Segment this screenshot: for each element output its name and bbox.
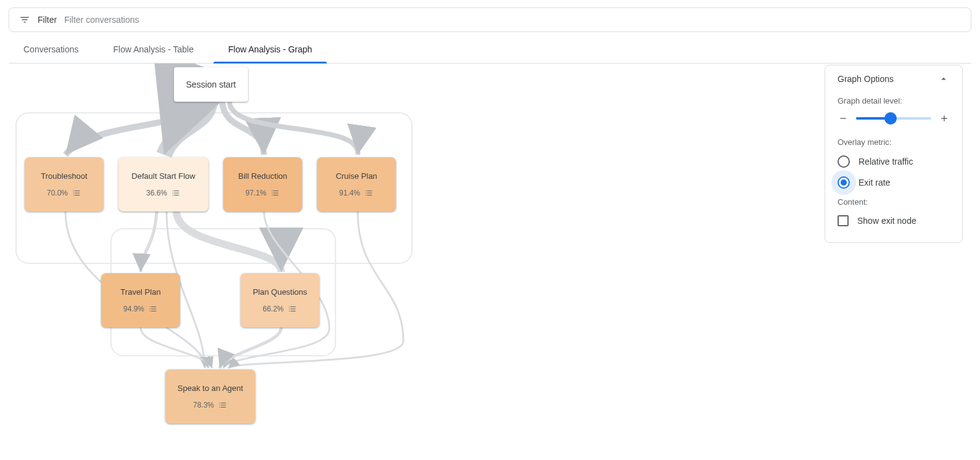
- filter-input[interactable]: [64, 15, 961, 25]
- node-label: Cruise Plan: [336, 171, 377, 181]
- list-icon: [148, 304, 158, 314]
- tab-flow-graph[interactable]: Flow Analysis - Graph: [213, 37, 327, 63]
- node-bill-reduction[interactable]: Bill Reduction 97.1%: [223, 157, 302, 212]
- list-icon: [72, 188, 81, 198]
- node-value: 97.1%: [245, 189, 266, 197]
- tab-flow-table[interactable]: Flow Analysis - Table: [99, 37, 208, 63]
- node-value: 91.4%: [339, 189, 360, 197]
- chevron-up-icon[interactable]: [937, 73, 950, 85]
- node-label: Plan Questions: [253, 287, 307, 297]
- detail-level-label: Graph detail level:: [838, 96, 950, 105]
- node-speak-agent[interactable]: Speak to an Agent 78.3%: [165, 369, 255, 424]
- radio-icon: [838, 176, 850, 189]
- checkbox-label: Show exit node: [857, 216, 916, 226]
- node-default-start[interactable]: Default Start Flow 36.6%: [118, 157, 208, 212]
- node-value: 70.0%: [47, 189, 68, 197]
- filter-label: Filter: [38, 15, 57, 25]
- node-label: Troubleshoot: [41, 171, 87, 181]
- node-value: 66.2%: [263, 305, 284, 313]
- node-cruise-plan[interactable]: Cruise Plan 91.4%: [317, 157, 396, 212]
- node-value: 36.6%: [146, 189, 167, 197]
- checkbox-icon: [838, 215, 849, 226]
- node-value: 94.9%: [123, 305, 144, 313]
- detail-slider[interactable]: [856, 117, 931, 120]
- node-session-start[interactable]: Session start: [174, 67, 248, 102]
- list-icon: [218, 400, 228, 410]
- graph-options-panel: Graph Options Graph detail level: Overla…: [825, 65, 963, 243]
- list-icon: [171, 188, 181, 198]
- filter-bar: Filter: [9, 7, 971, 32]
- radio-label: Exit rate: [859, 178, 890, 187]
- node-label: Session start: [186, 80, 236, 89]
- list-icon: [364, 188, 374, 198]
- overlay-metric-label: Overlay metric:: [838, 138, 950, 147]
- options-title: Graph Options: [838, 74, 894, 84]
- node-label: Travel Plan: [120, 287, 160, 297]
- graph-canvas[interactable]: Session start Troubleshoot 70.0% Default…: [9, 64, 971, 446]
- node-travel-plan[interactable]: Travel Plan 94.9%: [101, 273, 180, 327]
- radio-relative-traffic[interactable]: Relative traffic: [838, 155, 950, 168]
- tab-bar: Conversations Flow Analysis - Table Flow…: [9, 37, 971, 64]
- filter-icon: [19, 14, 30, 25]
- plus-icon[interactable]: [939, 113, 950, 124]
- radio-exit-rate[interactable]: Exit rate: [838, 176, 950, 189]
- node-troubleshoot[interactable]: Troubleshoot 70.0%: [25, 157, 104, 212]
- checkbox-show-exit-node[interactable]: Show exit node: [838, 215, 950, 226]
- minus-icon[interactable]: [838, 113, 849, 124]
- node-plan-questions[interactable]: Plan Questions 66.2%: [241, 273, 319, 327]
- radio-label: Relative traffic: [859, 157, 913, 166]
- node-label: Default Start Flow: [131, 171, 195, 181]
- node-label: Speak to an Agent: [178, 384, 243, 393]
- list-icon: [270, 188, 280, 198]
- list-icon: [287, 304, 297, 314]
- node-value: 78.3%: [193, 401, 214, 409]
- radio-icon: [838, 155, 850, 168]
- node-label: Bill Reduction: [238, 171, 287, 181]
- content-label: Content:: [838, 197, 950, 207]
- tab-conversations[interactable]: Conversations: [9, 37, 94, 63]
